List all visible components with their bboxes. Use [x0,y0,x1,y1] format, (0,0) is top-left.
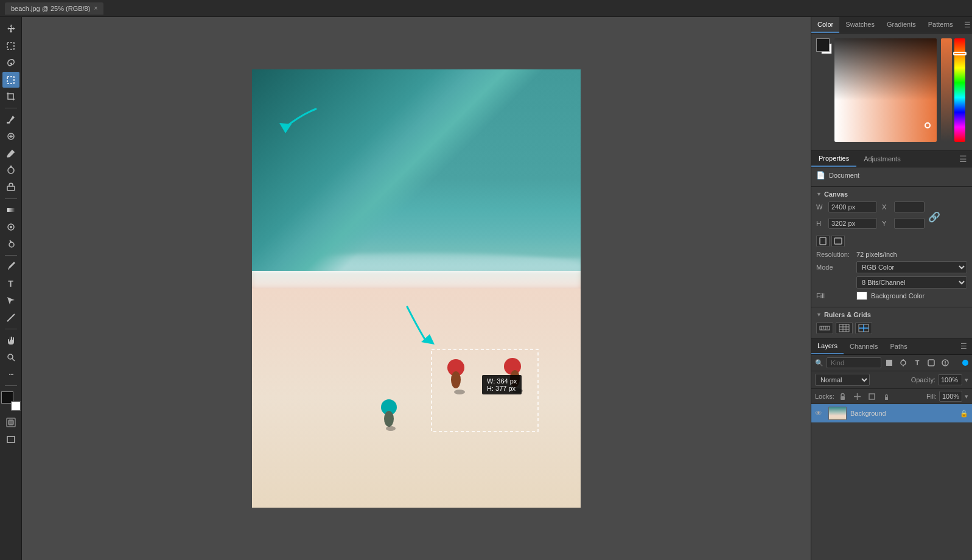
line-tool[interactable] [2,310,19,326]
tab-color[interactable]: Color [811,17,839,33]
lasso-tool[interactable] [2,55,19,71]
canvas-collapse-arrow[interactable]: ▼ [816,191,822,197]
background-color[interactable] [11,401,21,411]
crop-tool[interactable] [2,89,19,105]
layers-menu-btn[interactable]: ☰ [956,340,972,353]
dimensions-link-icon[interactable]: 🔗 [928,211,940,223]
path-select-tool[interactable] [2,293,19,309]
layers-filter-type[interactable]: T [911,357,923,368]
gradient-handle[interactable] [925,122,931,128]
height-label: H [816,220,826,227]
foreground-background-colors[interactable] [1,391,21,411]
lock-position-btn[interactable] [851,391,864,402]
x-input[interactable] [894,201,925,212]
canvas-wrapper: W: 364 px H: 377 px [252,69,581,508]
pen-tool[interactable] [2,259,19,275]
height-input[interactable] [828,218,877,229]
tab-channels[interactable]: Channels [844,339,884,354]
svg-rect-27 [820,237,826,245]
screen-mode[interactable] [2,432,19,447]
grid-btn[interactable] [836,322,853,334]
opacity-arrow[interactable]: ▾ [965,376,968,384]
document-tab[interactable]: beach.jpg @ 25% (RGB/8) × [5,2,103,15]
layer-thumb-preview [829,407,846,419]
svg-rect-34 [839,324,849,332]
rulers-grids-section: ▼ Rulers & Grids [811,307,972,338]
zoom-tool[interactable] [2,349,19,365]
color-fg-indicator[interactable] [816,38,830,52]
move-tool[interactable] [2,21,19,37]
gradient-tool[interactable] [2,202,19,218]
tab-patterns[interactable]: Patterns [922,17,959,33]
beach-image: W: 364 px H: 377 px [252,69,581,508]
layers-list: 👁 Background 🔒 [811,404,972,422]
document-icon: 📄 [816,171,825,180]
more-tools[interactable]: ··· [2,366,19,382]
width-row: W X [816,201,925,212]
alpha-strip[interactable] [941,38,952,142]
mode-row: Mode RGB Color CMYK Color Grayscale [816,261,967,273]
left-toolbar: T ··· [0,17,22,560]
tab-properties[interactable]: Properties [811,151,856,167]
dodge-tool[interactable] [2,236,19,252]
svg-rect-28 [834,238,842,244]
layers-filter-smart[interactable] [939,357,951,368]
color-panel-menu[interactable]: ☰ [959,18,972,32]
tab-gradients[interactable]: Gradients [881,17,922,33]
eyedropper-tool[interactable] [2,111,19,127]
guides-btn[interactable] [855,322,872,334]
rulers-grids-header: ▼ Rulers & Grids [816,311,967,318]
canvas-area[interactable]: W: 364 px H: 377 px [22,17,811,560]
color-picker-panel [811,33,972,151]
healing-tool[interactable] [2,128,19,144]
close-tab-button[interactable]: × [94,5,97,12]
landscape-btn[interactable] [831,235,845,247]
tab-paths[interactable]: Paths [884,339,914,354]
spectrum-strip[interactable] [954,38,965,142]
ruler-btn[interactable] [816,322,833,334]
svg-rect-51 [869,394,875,399]
layers-filter-adjust[interactable] [897,357,909,368]
document-row: 📄 Document [816,171,967,180]
layer-visibility-toggle[interactable]: 👁 [815,409,825,418]
svg-line-11 [12,359,15,361]
color-picker-area[interactable] [816,38,965,142]
opacity-input[interactable] [938,374,962,385]
properties-menu[interactable]: ☰ [954,152,972,166]
bits-select[interactable]: 8 Bits/Channel 16 Bits/Channel 32 Bits/C… [856,276,967,289]
brush-tool[interactable] [2,145,19,161]
fill-layer-input[interactable] [939,391,962,402]
portrait-btn[interactable] [816,235,830,247]
layer-background[interactable]: 👁 Background 🔒 [811,404,972,422]
width-input[interactable] [828,201,877,212]
layers-kind-input[interactable] [827,357,881,368]
clone-stamp-tool[interactable] [2,163,19,178]
layers-filter-pixel[interactable] [883,357,895,368]
layers-panel-header: Layers Channels Paths ☰ [811,338,972,355]
quick-mask[interactable] [2,415,19,430]
svg-point-49 [945,363,946,365]
layers-filter-shape[interactable] [925,357,937,368]
tab-layers[interactable]: Layers [811,338,844,354]
rulers-grids-arrow[interactable]: ▼ [816,312,822,318]
eraser-tool[interactable] [2,180,19,195]
spectrum-handle[interactable] [953,52,967,55]
fill-swatch[interactable] [856,292,867,300]
hand-tool[interactable] [2,332,19,348]
tab-swatches[interactable]: Swatches [839,17,881,33]
marquee-rect-tool[interactable] [2,38,19,54]
mode-select[interactable]: RGB Color CMYK Color Grayscale [856,261,967,273]
color-gradient-field[interactable] [834,38,937,142]
document-label: Document [829,172,859,179]
type-tool[interactable]: T [2,276,19,292]
lock-pixels-btn[interactable] [837,391,849,402]
tab-adjustments[interactable]: Adjustments [856,152,908,166]
lock-all-btn[interactable] [881,391,893,402]
fill-arrow[interactable]: ▾ [965,393,968,401]
object-select-tool[interactable] [2,72,19,88]
y-input[interactable] [894,218,925,229]
blend-mode-select[interactable]: Normal Multiply Screen Overlay [815,374,870,386]
canvas-header: ▼ Canvas [816,191,967,198]
lock-artboard-btn[interactable] [866,391,878,402]
blur-tool[interactable] [2,219,19,235]
